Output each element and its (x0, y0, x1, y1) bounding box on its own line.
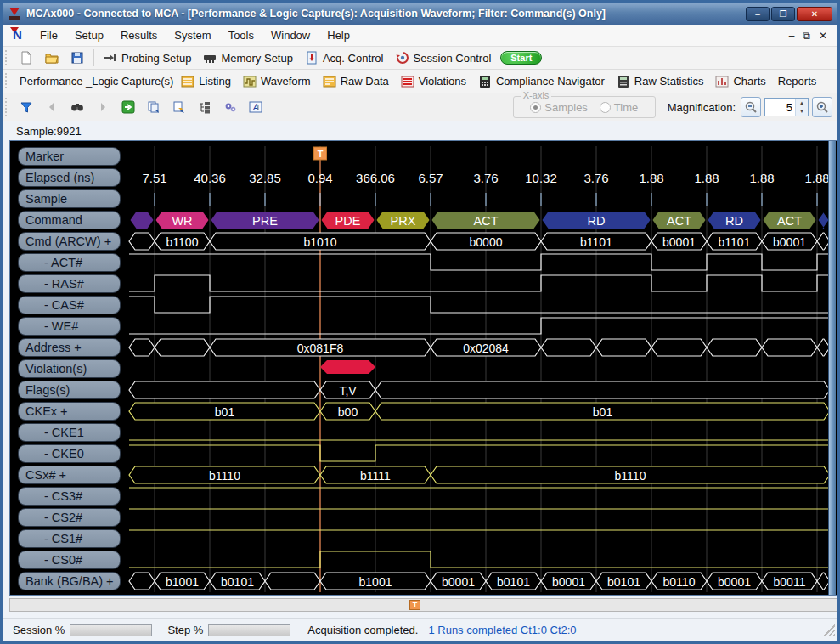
tab-reports[interactable]: Reports (772, 73, 823, 89)
menu-help[interactable]: Help (319, 26, 358, 44)
zoom-in-icon (815, 100, 829, 114)
acq-control-button[interactable]: Acq. Control (299, 49, 390, 66)
svg-text:3.76: 3.76 (583, 171, 608, 185)
close-button[interactable]: ✕ (797, 7, 832, 21)
menu-file[interactable]: File (31, 26, 66, 44)
svg-text:b0110: b0110 (663, 575, 696, 589)
resize-grip[interactable] (824, 624, 835, 636)
settings-button[interactable] (223, 100, 237, 114)
tab-listing[interactable]: Listing (175, 73, 237, 90)
waveform-canvas[interactable]: 7.5140.3632.850.94366.066.573.7610.323.7… (10, 141, 837, 595)
toolbar-grip[interactable] (5, 98, 9, 116)
mdi-close-icon[interactable]: ✕ (819, 31, 827, 41)
svg-text:b01: b01 (215, 405, 235, 419)
menu-setup[interactable]: Setup (66, 26, 112, 44)
search-button[interactable] (70, 100, 84, 114)
menu-results[interactable]: Results (112, 26, 166, 44)
svg-text:40.36: 40.36 (194, 171, 226, 185)
magnification-input[interactable]: 5 ▲▼ (764, 98, 809, 116)
menu-tools[interactable]: Tools (220, 26, 262, 44)
minimize-button[interactable]: – (746, 7, 770, 21)
svg-text:7.51: 7.51 (142, 171, 166, 185)
compliance-navigator-icon (478, 75, 492, 88)
spin-down-icon: ▼ (796, 107, 808, 116)
svg-text:1.88: 1.88 (639, 171, 663, 185)
new-file-button[interactable] (14, 49, 39, 66)
toolbar-grip[interactable] (5, 73, 9, 89)
menu-window[interactable]: Window (262, 26, 319, 44)
radio-samples-icon (530, 102, 541, 113)
save-icon (70, 51, 84, 65)
svg-text:b01: b01 (593, 405, 613, 419)
svg-text:1.88: 1.88 (804, 171, 829, 185)
annotation-button[interactable]: A (249, 100, 262, 114)
radio-time[interactable]: Time (600, 101, 638, 114)
tab-raw-data[interactable]: Raw Data (317, 73, 395, 90)
maximize-button[interactable]: ❐ (771, 7, 795, 21)
svg-text:10.32: 10.32 (525, 171, 557, 185)
session-control-icon (396, 51, 409, 65)
copy-pages-icon (147, 100, 161, 114)
tab-charts[interactable]: Charts (709, 73, 771, 90)
tree-view-button[interactable] (198, 100, 211, 114)
tab-waveform[interactable]: Waveform (237, 73, 317, 90)
overview-trigger-marker[interactable]: T (409, 600, 420, 610)
memory-setup-icon (203, 51, 217, 65)
magnification-value[interactable]: 5 (765, 99, 795, 116)
toolbar-grip[interactable] (5, 50, 9, 65)
save-button[interactable] (65, 49, 90, 66)
title-bar: MCAx000 - Connected to MCA - [Performanc… (3, 3, 837, 25)
listing-icon (181, 75, 194, 88)
svg-text:PRX: PRX (391, 214, 416, 228)
capture-label: Performance _Logic Capture(s) (14, 73, 175, 89)
svg-text:b1010: b1010 (304, 235, 337, 249)
tab-violations[interactable]: Violations (395, 73, 472, 90)
waveform-icon (243, 75, 257, 88)
filter-button[interactable] (20, 100, 33, 114)
session-progress-bar (70, 624, 152, 636)
magnification-spinner[interactable]: ▲▼ (795, 99, 808, 116)
zoom-out-icon (744, 100, 758, 114)
timeline-overview[interactable]: T (9, 598, 837, 612)
raw-statistics-icon (617, 75, 630, 88)
svg-text:b1110: b1110 (209, 469, 240, 483)
menu-system[interactable]: System (166, 26, 219, 44)
tab-raw-statistics[interactable]: Raw Statistics (611, 73, 710, 90)
session-control-button[interactable]: Session Control (390, 49, 498, 66)
probing-setup-button[interactable]: Probing Setup (98, 49, 197, 66)
svg-text:366.06: 366.06 (356, 171, 395, 185)
svg-text:b0000: b0000 (470, 235, 503, 249)
svg-text:b1111: b1111 (360, 469, 391, 483)
session-progress-label: Session % (13, 624, 65, 636)
runs-status: 1 Runs completed Ct1:0 Ct2:0 (428, 624, 576, 636)
open-folder-icon (45, 51, 59, 65)
svg-text:T: T (318, 149, 324, 159)
go-button[interactable] (121, 100, 135, 114)
svg-text:b1001: b1001 (359, 575, 392, 589)
start-button[interactable]: Start (500, 51, 542, 65)
memory-setup-button[interactable]: Memory Setup (197, 49, 299, 66)
zoom-out-button[interactable] (741, 97, 761, 117)
tab-compliance-navigator[interactable]: Compliance Navigator (472, 73, 611, 90)
prev-button[interactable] (45, 100, 59, 114)
copy-pages-button[interactable] (147, 100, 161, 114)
zoom-in-button[interactable] (812, 97, 832, 117)
svg-text:ACT: ACT (667, 214, 691, 228)
views-toolbar: Performance _Logic Capture(s) Listing Wa… (3, 70, 837, 93)
status-bar: Session % Step % Acquisition completed. … (3, 618, 837, 641)
mdi-restore-icon[interactable]: ⧉ (803, 31, 810, 41)
svg-text:1.88: 1.88 (694, 171, 719, 185)
waveform-panel[interactable]: MarkerElapsed (ns)SampleCommandCmd (ARCW… (9, 140, 837, 596)
open-file-button[interactable] (39, 49, 65, 66)
magnification-label: Magnification: (668, 101, 736, 114)
svg-text:b1110: b1110 (615, 469, 646, 483)
next-button[interactable] (96, 100, 110, 114)
text-format-icon: A (249, 100, 262, 114)
raw-data-icon (323, 75, 336, 88)
vertical-scrollbar[interactable] (828, 141, 836, 595)
mdi-minimize-icon[interactable]: – (789, 31, 795, 41)
violations-icon (401, 75, 414, 88)
svg-text:RD: RD (725, 214, 743, 228)
radio-samples[interactable]: Samples (530, 101, 588, 114)
export-page-button[interactable] (172, 100, 186, 114)
